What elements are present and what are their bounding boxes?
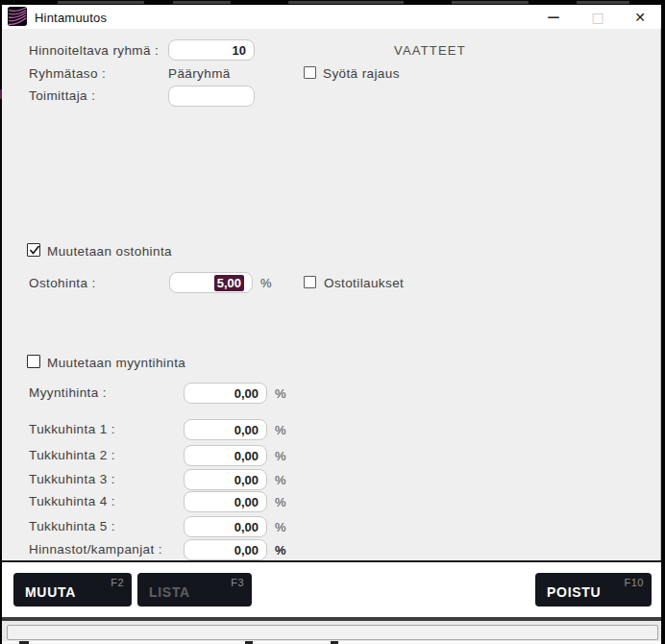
wholesale2-input[interactable]: 0,00: [184, 445, 267, 466]
purchase-toggle-label[interactable]: Muutetaan ostohinta: [47, 244, 172, 260]
wholesale3-label: Tukkuhinta 3 :: [29, 472, 115, 487]
purchase-toggle-checkbox[interactable]: [27, 243, 40, 257]
purchase-orders-label[interactable]: Ostotilaukset: [324, 276, 404, 291]
level-label: Ryhmätaso :: [29, 66, 106, 82]
wholesale5-input[interactable]: 0,00: [184, 516, 267, 537]
wholesale5-label: Tukkuhinta 5 :: [29, 519, 115, 534]
sales-price-value: 0,00: [234, 386, 259, 401]
wholesale1-value: 0,00: [234, 423, 259, 437]
filter-checkbox-label[interactable]: Syötä rajaus: [323, 66, 400, 82]
poistu-fkey: F10: [625, 577, 644, 588]
background-window-remnant: [288, 1, 404, 4]
supplier-label: Toimittaja :: [29, 88, 95, 104]
purchase-price-input[interactable]: 5,00: [169, 272, 253, 293]
sales-toggle-checkbox[interactable]: [27, 355, 40, 368]
lista-button: F3 LISTA: [137, 573, 252, 607]
sales-price-input[interactable]: 0,00: [184, 383, 267, 404]
poistu-button[interactable]: F10 POISTU: [535, 573, 652, 607]
wholesale1-input[interactable]: 0,00: [184, 419, 267, 440]
app-screen: Hintamuutos — □ ✕ Hinnoiteltava ryhmä : …: [0, 0, 665, 644]
checkmark-icon: [27, 242, 42, 258]
wholesale3-value: 0,00: [234, 473, 259, 487]
level-value: Pääryhmä: [168, 66, 231, 81]
wholesale2-unit: %: [275, 449, 286, 463]
muuta-label: MUUTA: [25, 584, 76, 600]
purchase-price-label: Ostohinta :: [29, 276, 96, 291]
sales-toggle-label[interactable]: Muutetaan myyntihinta: [47, 356, 185, 371]
group-input[interactable]: 10: [168, 39, 255, 61]
purchase-orders-checkbox[interactable]: [304, 276, 316, 288]
group-name-text: VAATTEET: [394, 43, 466, 58]
sales-row-label: Myyntihinta :: [29, 385, 107, 401]
group-input-value: 10: [233, 43, 246, 58]
wholesale5-unit: %: [275, 520, 286, 534]
wholesale4-value: 0,00: [234, 495, 259, 509]
pricelists-input[interactable]: 0,00: [184, 539, 267, 560]
purchase-price-selected-value: 5,00: [214, 275, 244, 291]
muuta-button[interactable]: F2 MUUTA: [13, 573, 132, 607]
pricelists-label: Hinnastot/kampanjat :: [29, 542, 162, 557]
filter-checkbox[interactable]: [304, 66, 316, 79]
wholesale2-value: 0,00: [234, 449, 259, 463]
supplier-input[interactable]: [168, 86, 255, 107]
muuta-fkey: F2: [111, 577, 124, 588]
wholesale2-label: Tukkuhinta 2 :: [29, 448, 115, 463]
pricelists-value: 0,00: [234, 543, 259, 557]
lista-label: LISTA: [149, 584, 190, 600]
wholesale1-unit: %: [275, 423, 286, 437]
group-label: Hinnoiteltava ryhmä :: [29, 43, 159, 59]
maximize-icon: □: [580, 5, 615, 29]
wholesale4-input[interactable]: 0,00: [184, 491, 267, 512]
sales-price-unit: %: [275, 386, 286, 401]
wholesale4-unit: %: [275, 495, 286, 509]
poistu-label: POISTU: [547, 584, 601, 600]
background-window-remnant: [58, 1, 144, 4]
lista-fkey: F3: [231, 577, 244, 588]
background-window-remnant: [452, 1, 529, 4]
pricelists-unit: %: [275, 543, 286, 557]
status-field: [7, 625, 658, 640]
wholesale3-unit: %: [275, 473, 286, 487]
close-icon[interactable]: ✕: [623, 5, 657, 29]
app-icon: [8, 7, 27, 26]
wholesale1-label: Tukkuhinta 1 :: [29, 422, 115, 437]
background-window-remnant: [173, 1, 231, 4]
wholesale4-label: Tukkuhinta 4 :: [29, 494, 115, 509]
window-title: Hintamuutos: [35, 11, 107, 25]
purchase-price-unit: %: [260, 276, 272, 290]
wholesale3-input[interactable]: 0,00: [184, 469, 267, 490]
background-window-remnant: [577, 1, 629, 4]
wholesale5-value: 0,00: [234, 520, 259, 534]
minimize-icon[interactable]: —: [536, 5, 571, 29]
